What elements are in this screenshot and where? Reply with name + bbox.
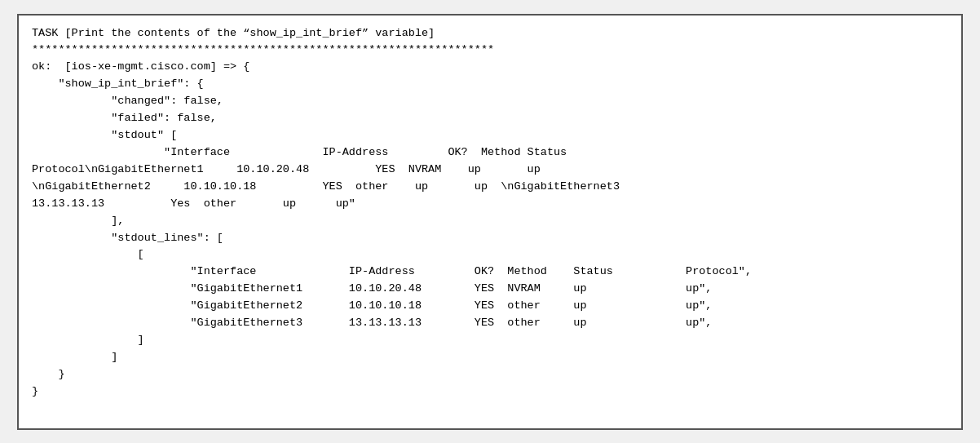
code-output: TASK [Print the contents of the “show_ip… <box>32 25 948 401</box>
terminal-container: TASK [Print the contents of the “show_ip… <box>17 14 963 430</box>
